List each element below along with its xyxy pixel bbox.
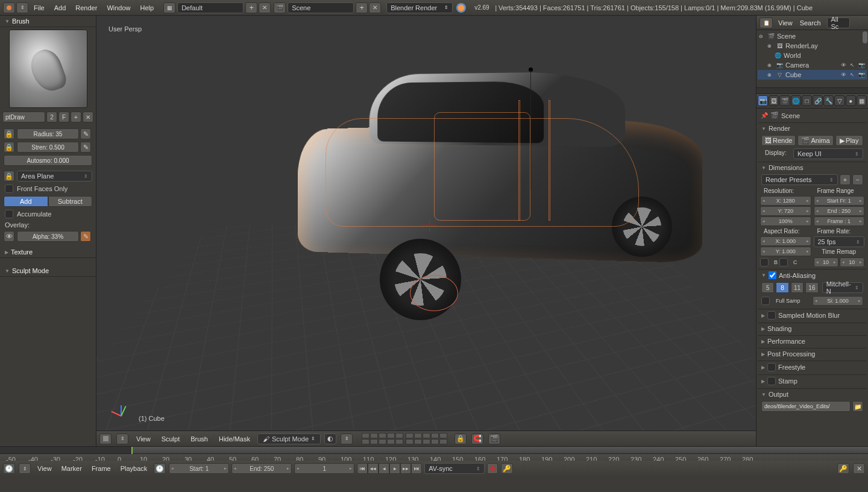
aa-5[interactable]: 5: [761, 282, 774, 293]
tl-menu-marker[interactable]: Marker: [58, 463, 86, 474]
remap-new-field[interactable]: 10: [840, 257, 864, 267]
sync-dropdown[interactable]: AV-sync: [424, 463, 485, 474]
menu-window[interactable]: Window: [102, 2, 135, 14]
menu-help[interactable]: Help: [136, 2, 159, 14]
freestyle-header[interactable]: Freestyle: [758, 361, 867, 373]
end-frame-input[interactable]: End: 250: [231, 463, 292, 474]
aspect-x-field[interactable]: X: 1.000: [760, 236, 811, 246]
engine-dropdown[interactable]: Blender Render⇕: [386, 2, 453, 13]
radius-slider[interactable]: Radius: 35: [17, 128, 79, 139]
timeline-editor-icon[interactable]: 🕐: [3, 463, 15, 474]
brush-panel-header[interactable]: Brush: [0, 16, 96, 27]
render-section-header[interactable]: Render: [758, 123, 867, 134]
range-icon[interactable]: 🕐: [154, 463, 166, 474]
frame-step-field[interactable]: Frame : 1: [814, 216, 865, 226]
tl-expand-icon[interactable]: ⇕: [19, 463, 31, 474]
fps-dropdown[interactable]: 25 fps: [814, 236, 865, 247]
mode-dropdown[interactable]: 🖌 Sculpt Mode ⇕: [257, 434, 321, 444]
brush-preview[interactable]: [9, 30, 87, 108]
scrollbar-thumb[interactable]: [863, 31, 867, 43]
aa-size-field[interactable]: Si: 1.000: [813, 296, 863, 306]
sculpt-mode-panel-header[interactable]: Sculpt Mode: [0, 265, 96, 277]
tab-world[interactable]: 🌐: [791, 95, 801, 106]
scene-add-icon[interactable]: +: [356, 2, 368, 13]
render-presets-dropdown[interactable]: Render Presets: [761, 174, 838, 185]
layer-buttons-1[interactable]: [362, 433, 403, 444]
tab-modifiers[interactable]: 🔧: [823, 95, 834, 106]
3d-viewport[interactable]: User Persp (1) Cube ⇕ View Sculpt Brush: [96, 16, 756, 446]
front-faces-checkbox[interactable]: Front Faces Only: [0, 183, 96, 195]
motionblur-header[interactable]: Sampled Motion Blur: [758, 309, 867, 321]
outliner-filter-dropdown[interactable]: All Sc: [827, 17, 850, 28]
outliner-view[interactable]: View: [776, 18, 795, 28]
brush-fake-user[interactable]: F: [58, 112, 69, 122]
layout-dropdown[interactable]: Default: [177, 2, 244, 13]
jump-end-icon[interactable]: ⏭: [411, 463, 422, 474]
alpha-slider[interactable]: Alpha: 33%: [17, 231, 79, 242]
aa-filter-dropdown[interactable]: Mitchell-N: [822, 282, 863, 293]
tree-camera[interactable]: ⊕📷Camera👁↖📷: [758, 60, 867, 70]
performance-header[interactable]: Performance: [758, 336, 867, 347]
tree-scene[interactable]: ⊖🎬Scene: [758, 31, 867, 41]
tl-menu-playback[interactable]: Playback: [117, 463, 151, 474]
render-preview-icon[interactable]: 🎬: [488, 434, 500, 444]
full-sample-checkbox[interactable]: [761, 297, 770, 305]
autokey-button[interactable]: [487, 463, 498, 474]
postprocessing-header[interactable]: Post Processing: [758, 348, 867, 359]
start-frame-field[interactable]: Start Fr: 1: [814, 196, 865, 206]
editor-type-3dview-icon[interactable]: [99, 434, 112, 444]
tab-data[interactable]: ▽: [834, 95, 844, 106]
tree-renderlayers[interactable]: ⊕🖼RenderLay: [758, 41, 867, 51]
aa-enable-checkbox[interactable]: [769, 271, 776, 279]
prev-keyframe-icon[interactable]: ◂◂: [368, 463, 379, 474]
brush-unlink-icon[interactable]: ✕: [83, 112, 93, 122]
vp-expand-icon[interactable]: ⇕: [116, 434, 128, 444]
shading-icon[interactable]: ◐: [324, 434, 336, 444]
remap-old-field[interactable]: 10: [814, 257, 838, 267]
editor-type-icon[interactable]: [3, 2, 15, 13]
res-pct-field[interactable]: 100%: [760, 216, 811, 226]
render-icon[interactable]: 📷: [857, 61, 866, 69]
eye-icon[interactable]: 👁: [839, 71, 848, 79]
output-path-field[interactable]: deos/Blender_Video_Edits/: [761, 401, 851, 412]
play-reverse-icon[interactable]: ◂: [379, 463, 389, 474]
tab-object[interactable]: □: [802, 95, 812, 106]
display-dropdown[interactable]: Keep UI: [793, 148, 863, 159]
cursor-icon[interactable]: ↖: [848, 61, 857, 69]
res-x-field[interactable]: X: 1280: [760, 196, 811, 206]
key-insert-icon[interactable]: 🔑: [837, 463, 849, 474]
aa-11[interactable]: 11: [791, 282, 804, 293]
plane-lock-icon[interactable]: 🔒: [4, 171, 14, 181]
play-forward-icon[interactable]: ▸: [389, 463, 400, 474]
aa-8[interactable]: 8: [776, 282, 788, 293]
radius-lock-icon[interactable]: 🔒: [4, 128, 14, 139]
tree-world[interactable]: 🌐World: [758, 51, 867, 60]
render-button[interactable]: 🖼Rende: [761, 135, 796, 146]
texture-panel-header[interactable]: Texture: [0, 247, 96, 258]
current-frame-input[interactable]: 1: [294, 463, 354, 474]
next-keyframe-icon[interactable]: ▸▸: [400, 463, 411, 474]
menu-render[interactable]: Render: [71, 2, 102, 14]
strength-lock-icon[interactable]: 🔒: [4, 142, 14, 153]
vp-menu-view[interactable]: View: [133, 434, 154, 444]
autosmooth-slider[interactable]: Autosmo: 0.000: [4, 155, 92, 166]
radius-pressure-icon[interactable]: ✎: [80, 128, 91, 139]
strength-slider[interactable]: Stren: 0.500: [17, 142, 79, 153]
tab-layers[interactable]: 🖼: [769, 95, 779, 106]
dimensions-section-header[interactable]: Dimensions: [758, 162, 867, 173]
sculpt-plane-dropdown[interactable]: Area Plane: [17, 171, 92, 181]
render-icon[interactable]: 📷: [857, 71, 866, 79]
pivot-icon[interactable]: ⇕: [341, 434, 353, 444]
tab-material[interactable]: ●: [846, 95, 856, 106]
screen-layout-icon[interactable]: ▦: [163, 2, 175, 13]
outliner-hscroll[interactable]: [756, 87, 868, 93]
scene-delete-icon[interactable]: ✕: [369, 2, 381, 13]
outliner-search[interactable]: Search: [797, 18, 823, 28]
tl-menu-view[interactable]: View: [34, 463, 55, 474]
overlay-edit-icon[interactable]: ✎: [80, 231, 91, 242]
accumulate-checkbox[interactable]: Accumulate: [0, 208, 96, 220]
expand-icon[interactable]: ⇕: [16, 2, 28, 13]
snap-icon[interactable]: 🧲: [471, 434, 483, 444]
end-frame-field[interactable]: End : 250: [814, 206, 865, 216]
menu-add[interactable]: Add: [49, 2, 71, 14]
